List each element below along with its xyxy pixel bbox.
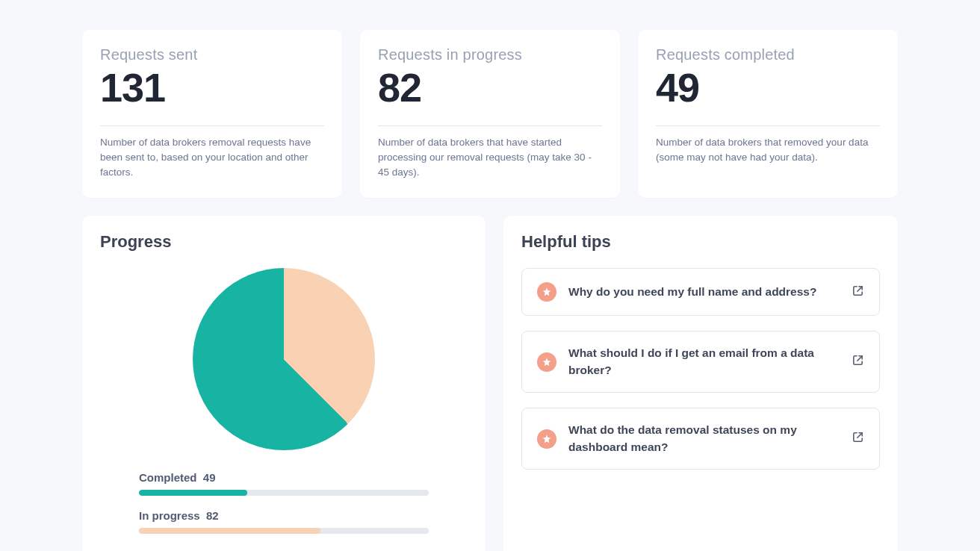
- bar-label-value: 82: [206, 509, 219, 522]
- stats-row: Requests sent 131 Number of data brokers…: [82, 30, 898, 198]
- bar-in-progress: In progress 82: [139, 509, 429, 534]
- bar-track: [139, 528, 429, 534]
- helpful-tips-card: Helpful tips Why do you need my full nam…: [503, 216, 898, 551]
- stat-value: 131: [100, 66, 324, 109]
- bar-label-text: Completed: [139, 471, 197, 484]
- star-icon: [537, 352, 556, 372]
- stat-value: 82: [378, 66, 602, 109]
- progress-bars: Completed 49 In progress 82: [100, 471, 468, 534]
- bar-track: [139, 490, 429, 496]
- stat-value: 49: [656, 66, 880, 109]
- stat-card-in-progress: Requests in progress 82 Number of data b…: [360, 30, 620, 198]
- bar-fill-in-progress: [139, 528, 320, 534]
- progress-card: Progress Completed 49 In progress 82: [82, 216, 486, 551]
- external-link-icon: [852, 284, 864, 300]
- tip-text: What do the data removal statuses on my …: [568, 422, 840, 455]
- bar-label-value: 49: [203, 471, 216, 484]
- stat-description: Number of data brokers that removed your…: [656, 135, 880, 166]
- bar-label: In progress 82: [139, 509, 429, 522]
- stat-card-completed: Requests completed 49 Number of data bro…: [638, 30, 898, 198]
- tip-item[interactable]: What should I do if I get an email from …: [521, 331, 880, 393]
- pie-chart-wrap: [100, 268, 468, 450]
- progress-title: Progress: [100, 232, 468, 252]
- stat-title: Requests completed: [656, 46, 880, 63]
- star-icon: [537, 282, 556, 302]
- external-link-icon: [852, 354, 864, 370]
- tip-text: What should I do if I get an email from …: [568, 345, 840, 379]
- tip-item[interactable]: What do the data removal statuses on my …: [521, 408, 880, 470]
- divider: [378, 125, 602, 126]
- stat-title: Requests in progress: [378, 46, 602, 63]
- progress-pie-chart: [193, 268, 375, 450]
- tip-text: Why do you need my full name and address…: [568, 284, 840, 300]
- external-link-icon: [852, 431, 864, 446]
- main-row: Progress Completed 49 In progress 82: [82, 216, 898, 551]
- stat-card-sent: Requests sent 131 Number of data brokers…: [82, 30, 342, 198]
- stat-title: Requests sent: [100, 46, 324, 63]
- bar-completed: Completed 49: [139, 471, 429, 496]
- dashboard-container: Requests sent 131 Number of data brokers…: [0, 0, 980, 551]
- bar-label: Completed 49: [139, 471, 429, 484]
- tips-title: Helpful tips: [521, 232, 880, 252]
- divider: [656, 125, 880, 126]
- tip-item[interactable]: Why do you need my full name and address…: [521, 268, 880, 316]
- bar-fill-completed: [139, 490, 247, 496]
- divider: [100, 125, 324, 126]
- star-icon: [537, 429, 556, 449]
- bar-label-text: In progress: [139, 509, 200, 522]
- stat-description: Number of data brokers removal requests …: [100, 135, 324, 181]
- stat-description: Number of data brokers that have started…: [378, 135, 602, 181]
